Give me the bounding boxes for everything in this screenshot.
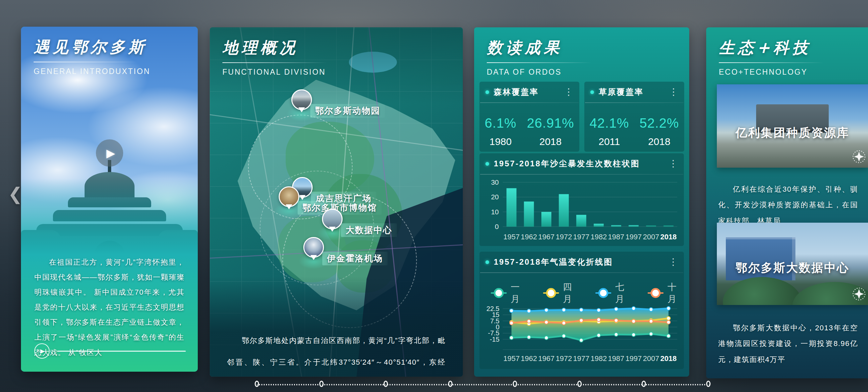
- legend-label: 七月: [615, 281, 631, 305]
- legend-marker-icon: [648, 292, 663, 294]
- temperature-line-chart-card: 1957-2018年气温变化折线图 ⋮ 一月四月七月十月 22.5157.50-…: [479, 252, 684, 369]
- svg-text:1982: 1982: [591, 233, 607, 241]
- svg-text:1967: 1967: [538, 354, 555, 363]
- stat-year: 2018: [640, 136, 679, 147]
- stat-card-grassland-coverage: 草原覆盖率 ⋮ 42.1% 2011 52.2% 2018: [584, 82, 684, 152]
- svg-text:2007: 2007: [643, 354, 659, 363]
- dashboard: ❮ ▶ 遇见鄂尔多斯 GENERAL INTRODUXTION 在祖国正北方，黄…: [0, 0, 868, 392]
- timeline-dot[interactable]: [642, 381, 646, 387]
- stat-card-title: 森林覆盖率: [494, 87, 564, 97]
- line-chart-title: 1957-2018年气温变化折线图: [494, 257, 669, 267]
- panel1-subtitle: GENERAL INTRODUXTION: [34, 67, 151, 76]
- sandstorm-bar-chart: 0102030195719621967197219771982198719972…: [486, 175, 677, 242]
- panel1-title: 遇见鄂尔多斯: [34, 37, 151, 58]
- legend-item[interactable]: 四月: [543, 281, 579, 305]
- header-divider: [34, 62, 138, 62]
- panel4-title: 生态+科技: [719, 37, 824, 58]
- audio-play-button[interactable]: ▶: [34, 343, 50, 359]
- panel3-title: 数读成果: [487, 37, 592, 58]
- svg-text:0: 0: [495, 223, 499, 230]
- header-divider: [487, 62, 592, 63]
- timeline-dot[interactable]: [319, 381, 323, 387]
- panel3-subtitle: DATA OF ORDOS: [487, 68, 592, 77]
- timeline-dot[interactable]: [383, 381, 388, 387]
- svg-text:2007: 2007: [643, 233, 659, 241]
- topiary-decor: [723, 277, 801, 305]
- svg-text:1972: 1972: [556, 354, 572, 363]
- svg-text:10: 10: [491, 208, 499, 216]
- panel1-header: 遇见鄂尔多斯 GENERAL INTRODUXTION: [34, 37, 151, 76]
- pin-photo: [322, 209, 343, 229]
- audio-player: ▶: [34, 343, 186, 359]
- stat-value: 26.91%: [527, 116, 574, 131]
- play-icon: ▶: [103, 146, 115, 160]
- line-chart-legend: 一月四月七月十月: [491, 281, 684, 305]
- legend-item[interactable]: 七月: [595, 281, 631, 305]
- pan-compass-icon[interactable]: [852, 287, 866, 301]
- legend-label: 十月: [668, 281, 684, 305]
- panel-eco-technology: 生态+科技 ECO+TECHNOLOGY 亿利集团种质资源库 亿利在综合近30年…: [706, 27, 868, 378]
- card-divider: [585, 102, 684, 103]
- timeline-dot[interactable]: [577, 381, 582, 387]
- pin-photo: [279, 186, 299, 207]
- pan-compass-icon[interactable]: [852, 150, 866, 164]
- svg-text:2018: 2018: [660, 354, 677, 363]
- kebab-menu-icon[interactable]: ⋮: [669, 159, 678, 168]
- map-marker-label: 大数据中心: [341, 223, 397, 237]
- kebab-menu-icon[interactable]: ⋮: [669, 257, 678, 267]
- stat-card-forest-coverage: 森林覆盖率 ⋮ 6.1% 1980 26.91% 2018: [479, 82, 579, 152]
- germplasm-bank-image[interactable]: 亿利集团种质资源库: [717, 84, 868, 168]
- bullet-dot-icon: [486, 260, 489, 264]
- bullet-dot-icon: [486, 162, 489, 166]
- geography-paragraph: 鄂尔多斯地处内蒙古自治区西南部，黄河“几”字弯北部，毗邻晋、陕、宁三省。介于北纬…: [227, 330, 445, 377]
- timeline-dot[interactable]: [706, 381, 711, 387]
- audio-progress-track[interactable]: [57, 351, 186, 352]
- timeline-dot[interactable]: [448, 381, 453, 387]
- svg-text:20: 20: [491, 193, 499, 201]
- svg-text:1957: 1957: [503, 354, 520, 363]
- svg-text:1957: 1957: [503, 233, 520, 241]
- panel2-header: 地理概况 FUNCTIONAL DIVISION: [222, 37, 327, 77]
- panel4-header: 生态+科技 ECO+TECHNOLOGY: [719, 37, 824, 77]
- legend-marker-icon: [491, 292, 507, 294]
- svg-text:1997: 1997: [626, 354, 642, 363]
- svg-text:1977: 1977: [573, 233, 589, 241]
- map-marker-label: 伊金霍洛机场: [322, 252, 388, 265]
- svg-text:1987: 1987: [608, 233, 624, 241]
- pin-tip-icon: [329, 227, 336, 235]
- legend-item[interactable]: 一月: [491, 281, 527, 305]
- bullet-dot-icon: [590, 90, 594, 94]
- video-play-button[interactable]: ▶: [96, 139, 123, 167]
- pin-tip-icon: [286, 204, 292, 213]
- header-divider: [222, 62, 327, 63]
- sandstorm-bar-chart-card: 1957-2018年沙尘暴发生次数柱状图 ⋮ 01020301957196219…: [479, 153, 684, 246]
- panel3-header: 数读成果 DATA OF ORDOS: [487, 37, 592, 77]
- svg-text:1967: 1967: [538, 233, 555, 241]
- legend-item[interactable]: 十月: [648, 281, 684, 305]
- carousel-timeline: [255, 380, 712, 389]
- stat-value: 6.1%: [485, 116, 517, 131]
- timeline-dot[interactable]: [255, 381, 259, 387]
- kebab-menu-icon[interactable]: ⋮: [669, 87, 678, 97]
- panel4-subtitle: ECO+TECHNOLOGY: [719, 68, 824, 77]
- stat-year: 2018: [527, 136, 574, 147]
- legend-marker-icon: [543, 292, 559, 294]
- image-caption: 亿利集团种质资源库: [717, 125, 868, 141]
- timeline-dot[interactable]: [513, 381, 517, 387]
- carousel-prev-icon[interactable]: ❮: [8, 184, 23, 204]
- bullet-dot-icon: [486, 90, 489, 94]
- big-data-center-image[interactable]: 鄂尔多斯大数据中心: [717, 223, 868, 305]
- svg-text:1972: 1972: [556, 233, 572, 241]
- svg-text:1982: 1982: [591, 354, 607, 363]
- pin-tip-icon: [298, 107, 305, 116]
- pin-tip-icon: [310, 255, 317, 263]
- pin-photo: [303, 237, 324, 258]
- panel-geography-map: 鄂尔多斯动物园成吉思汗广场鄂尔多斯市博物馆大数据中心伊金霍洛机场 地理概况 FU…: [210, 27, 463, 377]
- panel2-title: 地理概况: [222, 37, 327, 58]
- card-divider: [480, 102, 579, 103]
- svg-text:1962: 1962: [521, 233, 537, 241]
- eco-paragraph-1: 亿利在综合近30年保护、引种、驯化、开发沙漠种质资源的基础上，在国家科技部、林草…: [718, 181, 858, 229]
- kebab-menu-icon[interactable]: ⋮: [564, 87, 574, 97]
- header-divider: [719, 62, 824, 63]
- svg-text:1962: 1962: [521, 354, 537, 363]
